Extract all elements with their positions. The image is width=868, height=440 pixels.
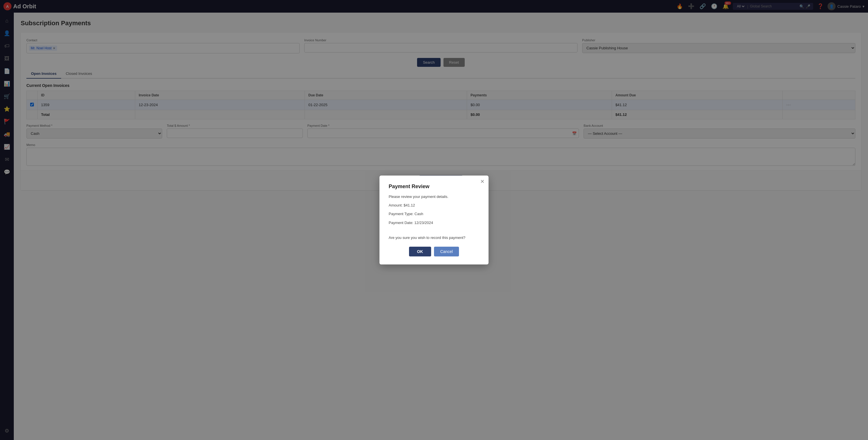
modal-close-button[interactable]: ✕ — [480, 178, 485, 185]
modal-cancel-button[interactable]: Cancel — [434, 247, 459, 257]
modal-intro: Please review your payment details. — [389, 194, 479, 200]
modal-amount-line: Amount: $41.12 — [389, 202, 479, 208]
modal-body: Please review your payment details. Amou… — [389, 194, 479, 241]
modal-actions: OK Cancel — [389, 247, 479, 257]
modal-ok-button[interactable]: OK — [409, 247, 431, 257]
modal-title: Payment Review — [389, 183, 479, 190]
modal-date-line: Payment Date: 12/23/2024 — [389, 220, 479, 226]
modal-overlay[interactable]: ✕ Payment Review Please review your paym… — [0, 0, 868, 440]
payment-review-modal: ✕ Payment Review Please review your paym… — [379, 175, 489, 265]
modal-confirm-question: Are you sure you wish to record this pay… — [389, 235, 479, 241]
modal-type-line: Payment Type: Cash — [389, 211, 479, 217]
